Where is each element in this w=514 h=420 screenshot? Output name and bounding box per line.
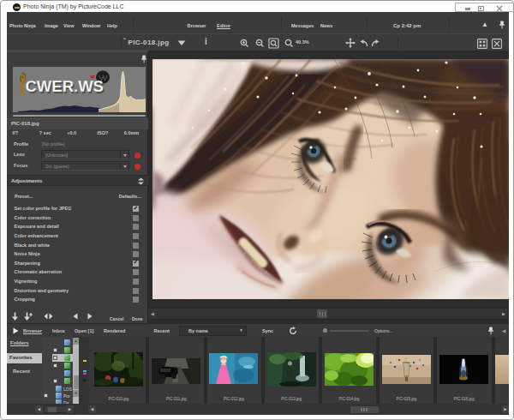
- svg-text:CWER.WS: CWER.WS: [25, 77, 103, 95]
